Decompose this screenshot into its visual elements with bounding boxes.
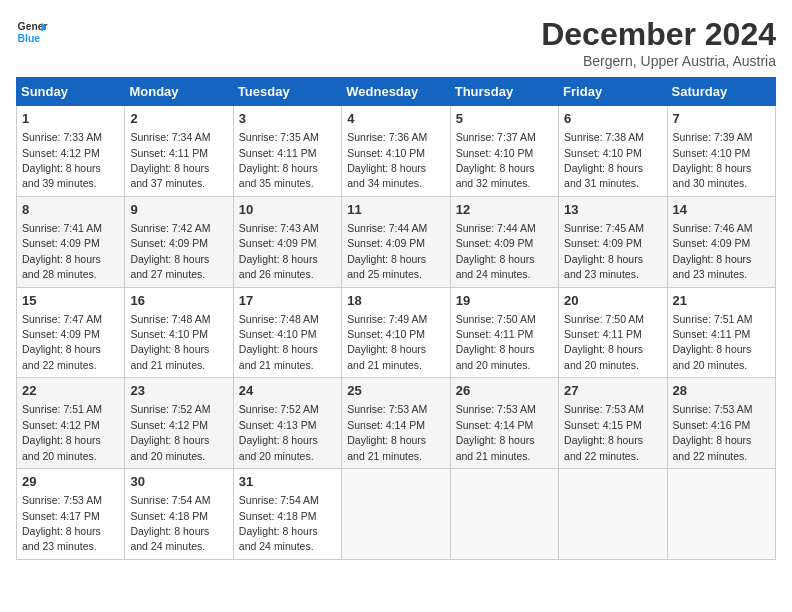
calendar-cell: 23 Sunrise: 7:52 AMSunset: 4:12 PMDaylig… (125, 378, 233, 469)
calendar-cell: 19 Sunrise: 7:50 AMSunset: 4:11 PMDaylig… (450, 287, 558, 378)
day-number: 10 (239, 201, 336, 219)
day-number: 9 (130, 201, 227, 219)
calendar-cell: 6 Sunrise: 7:38 AMSunset: 4:10 PMDayligh… (559, 106, 667, 197)
calendar-cell: 1 Sunrise: 7:33 AMSunset: 4:12 PMDayligh… (17, 106, 125, 197)
calendar-cell: 28 Sunrise: 7:53 AMSunset: 4:16 PMDaylig… (667, 378, 775, 469)
day-info: Sunrise: 7:42 AMSunset: 4:09 PMDaylight:… (130, 222, 210, 280)
calendar-cell: 10 Sunrise: 7:43 AMSunset: 4:09 PMDaylig… (233, 196, 341, 287)
day-number: 15 (22, 292, 119, 310)
day-info: Sunrise: 7:33 AMSunset: 4:12 PMDaylight:… (22, 131, 102, 189)
calendar-cell: 20 Sunrise: 7:50 AMSunset: 4:11 PMDaylig… (559, 287, 667, 378)
day-info: Sunrise: 7:41 AMSunset: 4:09 PMDaylight:… (22, 222, 102, 280)
day-number: 27 (564, 382, 661, 400)
day-info: Sunrise: 7:48 AMSunset: 4:10 PMDaylight:… (239, 313, 319, 371)
calendar-cell: 5 Sunrise: 7:37 AMSunset: 4:10 PMDayligh… (450, 106, 558, 197)
svg-text:Blue: Blue (18, 33, 41, 44)
calendar-cell: 4 Sunrise: 7:36 AMSunset: 4:10 PMDayligh… (342, 106, 450, 197)
day-number: 30 (130, 473, 227, 491)
calendar-cell (450, 469, 558, 560)
day-info: Sunrise: 7:37 AMSunset: 4:10 PMDaylight:… (456, 131, 536, 189)
calendar-cell: 17 Sunrise: 7:48 AMSunset: 4:10 PMDaylig… (233, 287, 341, 378)
calendar-cell: 13 Sunrise: 7:45 AMSunset: 4:09 PMDaylig… (559, 196, 667, 287)
day-number: 6 (564, 110, 661, 128)
calendar-cell: 18 Sunrise: 7:49 AMSunset: 4:10 PMDaylig… (342, 287, 450, 378)
day-info: Sunrise: 7:53 AMSunset: 4:14 PMDaylight:… (347, 403, 427, 461)
day-info: Sunrise: 7:53 AMSunset: 4:17 PMDaylight:… (22, 494, 102, 552)
logo-icon: General Blue (16, 16, 48, 48)
day-number: 13 (564, 201, 661, 219)
day-number: 25 (347, 382, 444, 400)
calendar-cell: 26 Sunrise: 7:53 AMSunset: 4:14 PMDaylig… (450, 378, 558, 469)
day-number: 2 (130, 110, 227, 128)
header: General Blue December 2024 Bergern, Uppe… (16, 16, 776, 69)
weekday-header-tuesday: Tuesday (233, 78, 341, 106)
day-info: Sunrise: 7:35 AMSunset: 4:11 PMDaylight:… (239, 131, 319, 189)
day-number: 29 (22, 473, 119, 491)
day-info: Sunrise: 7:44 AMSunset: 4:09 PMDaylight:… (456, 222, 536, 280)
calendar-cell: 30 Sunrise: 7:54 AMSunset: 4:18 PMDaylig… (125, 469, 233, 560)
day-number: 26 (456, 382, 553, 400)
day-number: 31 (239, 473, 336, 491)
calendar-cell: 11 Sunrise: 7:44 AMSunset: 4:09 PMDaylig… (342, 196, 450, 287)
month-title: December 2024 (541, 16, 776, 53)
calendar-cell (667, 469, 775, 560)
day-info: Sunrise: 7:50 AMSunset: 4:11 PMDaylight:… (564, 313, 644, 371)
day-number: 11 (347, 201, 444, 219)
day-info: Sunrise: 7:47 AMSunset: 4:09 PMDaylight:… (22, 313, 102, 371)
day-number: 23 (130, 382, 227, 400)
day-number: 1 (22, 110, 119, 128)
day-info: Sunrise: 7:34 AMSunset: 4:11 PMDaylight:… (130, 131, 210, 189)
day-number: 16 (130, 292, 227, 310)
calendar-cell (342, 469, 450, 560)
calendar-cell: 24 Sunrise: 7:52 AMSunset: 4:13 PMDaylig… (233, 378, 341, 469)
day-number: 20 (564, 292, 661, 310)
calendar-cell: 27 Sunrise: 7:53 AMSunset: 4:15 PMDaylig… (559, 378, 667, 469)
day-info: Sunrise: 7:49 AMSunset: 4:10 PMDaylight:… (347, 313, 427, 371)
calendar-cell: 21 Sunrise: 7:51 AMSunset: 4:11 PMDaylig… (667, 287, 775, 378)
calendar-cell (559, 469, 667, 560)
calendar-cell: 7 Sunrise: 7:39 AMSunset: 4:10 PMDayligh… (667, 106, 775, 197)
logo: General Blue (16, 16, 48, 48)
day-number: 4 (347, 110, 444, 128)
day-number: 8 (22, 201, 119, 219)
day-number: 17 (239, 292, 336, 310)
day-info: Sunrise: 7:44 AMSunset: 4:09 PMDaylight:… (347, 222, 427, 280)
day-info: Sunrise: 7:45 AMSunset: 4:09 PMDaylight:… (564, 222, 644, 280)
day-info: Sunrise: 7:51 AMSunset: 4:11 PMDaylight:… (673, 313, 753, 371)
weekday-header-sunday: Sunday (17, 78, 125, 106)
day-info: Sunrise: 7:48 AMSunset: 4:10 PMDaylight:… (130, 313, 210, 371)
day-info: Sunrise: 7:53 AMSunset: 4:15 PMDaylight:… (564, 403, 644, 461)
weekday-header-saturday: Saturday (667, 78, 775, 106)
calendar-cell: 16 Sunrise: 7:48 AMSunset: 4:10 PMDaylig… (125, 287, 233, 378)
calendar-cell: 29 Sunrise: 7:53 AMSunset: 4:17 PMDaylig… (17, 469, 125, 560)
day-info: Sunrise: 7:39 AMSunset: 4:10 PMDaylight:… (673, 131, 753, 189)
calendar-cell: 22 Sunrise: 7:51 AMSunset: 4:12 PMDaylig… (17, 378, 125, 469)
day-info: Sunrise: 7:53 AMSunset: 4:16 PMDaylight:… (673, 403, 753, 461)
day-number: 18 (347, 292, 444, 310)
calendar-cell: 15 Sunrise: 7:47 AMSunset: 4:09 PMDaylig… (17, 287, 125, 378)
calendar-cell: 2 Sunrise: 7:34 AMSunset: 4:11 PMDayligh… (125, 106, 233, 197)
title-area: December 2024 Bergern, Upper Austria, Au… (541, 16, 776, 69)
day-info: Sunrise: 7:52 AMSunset: 4:12 PMDaylight:… (130, 403, 210, 461)
day-info: Sunrise: 7:54 AMSunset: 4:18 PMDaylight:… (130, 494, 210, 552)
day-number: 5 (456, 110, 553, 128)
day-number: 22 (22, 382, 119, 400)
day-info: Sunrise: 7:46 AMSunset: 4:09 PMDaylight:… (673, 222, 753, 280)
weekday-header-wednesday: Wednesday (342, 78, 450, 106)
calendar-cell: 31 Sunrise: 7:54 AMSunset: 4:18 PMDaylig… (233, 469, 341, 560)
day-info: Sunrise: 7:51 AMSunset: 4:12 PMDaylight:… (22, 403, 102, 461)
weekday-header-thursday: Thursday (450, 78, 558, 106)
calendar-cell: 8 Sunrise: 7:41 AMSunset: 4:09 PMDayligh… (17, 196, 125, 287)
day-number: 3 (239, 110, 336, 128)
day-info: Sunrise: 7:54 AMSunset: 4:18 PMDaylight:… (239, 494, 319, 552)
day-number: 12 (456, 201, 553, 219)
day-number: 14 (673, 201, 770, 219)
day-number: 21 (673, 292, 770, 310)
weekday-header-friday: Friday (559, 78, 667, 106)
calendar-cell: 9 Sunrise: 7:42 AMSunset: 4:09 PMDayligh… (125, 196, 233, 287)
calendar-table: SundayMondayTuesdayWednesdayThursdayFrid… (16, 77, 776, 560)
calendar-cell: 3 Sunrise: 7:35 AMSunset: 4:11 PMDayligh… (233, 106, 341, 197)
calendar-cell: 14 Sunrise: 7:46 AMSunset: 4:09 PMDaylig… (667, 196, 775, 287)
location: Bergern, Upper Austria, Austria (541, 53, 776, 69)
day-info: Sunrise: 7:43 AMSunset: 4:09 PMDaylight:… (239, 222, 319, 280)
